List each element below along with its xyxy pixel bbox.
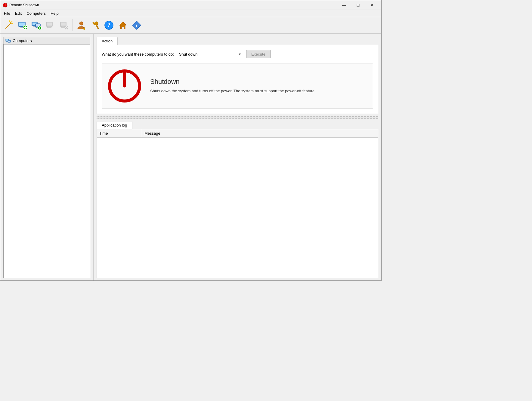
action-question: What do you want these computers to do: (102, 52, 174, 57)
computers-label: Computers (13, 38, 32, 43)
svg-point-34 (79, 22, 83, 25)
svg-rect-47 (8, 41, 10, 42)
computers-panel-icon (5, 39, 11, 43)
action-tab[interactable]: Action (97, 37, 118, 45)
close-button[interactable]: ✕ (365, 0, 379, 10)
shutdown-info-box: Shutdown Shuts down the system and turns… (102, 63, 373, 109)
title-bar: Remote Shutdown — □ ✕ (0, 0, 381, 10)
add-computer-button[interactable] (16, 19, 29, 32)
menu-bar: File Edit Computers Help (0, 10, 381, 17)
action-panel: What do you want these computers to do: … (97, 45, 378, 114)
svg-rect-8 (19, 23, 25, 26)
window-title: Remote Shutdown (9, 3, 337, 7)
svg-rect-44 (7, 41, 8, 42)
svg-text:?: ? (108, 22, 110, 28)
action-row: What do you want these computers to do: … (102, 50, 373, 58)
menu-help[interactable]: Help (48, 11, 61, 16)
computers-panel: Computers (0, 34, 94, 281)
computers-list[interactable] (3, 44, 90, 278)
svg-line-4 (11, 21, 12, 22)
svg-rect-27 (47, 27, 51, 28)
action-select[interactable]: Shut down Restart Log off Hibernate Wake… (177, 50, 243, 58)
svg-rect-48 (9, 43, 10, 43)
power-icon (108, 69, 141, 103)
menu-edit[interactable]: Edit (13, 11, 24, 16)
shutdown-info-text: Shutdown Shuts down the system and turns… (150, 78, 316, 94)
home-button[interactable] (116, 19, 129, 32)
app-log-tab[interactable]: Application log (97, 121, 132, 129)
computers-header: Computers (3, 37, 90, 44)
action-select-wrapper: Shut down Restart Log off Hibernate Wake… (177, 50, 243, 58)
shutdown-title: Shutdown (150, 78, 316, 86)
svg-text:i: i (136, 23, 137, 28)
svg-rect-1 (5, 3, 5, 6)
svg-point-36 (83, 28, 85, 30)
svg-rect-31 (61, 27, 65, 28)
menu-computers[interactable]: Computers (24, 11, 48, 16)
window-controls: — □ ✕ (337, 0, 379, 10)
app-icon (3, 3, 8, 8)
remove-computer-button[interactable] (57, 19, 71, 32)
tools-button[interactable] (88, 19, 102, 32)
log-message-header: Message (142, 129, 378, 137)
svg-rect-25 (47, 23, 52, 26)
log-panel: Time Message (97, 129, 378, 278)
action-section: Action What do you want these computers … (97, 37, 378, 114)
minimize-button[interactable]: — (337, 0, 351, 10)
panel-splitter[interactable] (97, 116, 378, 119)
edit-computer-button[interactable] (44, 19, 57, 32)
maximize-button[interactable]: □ (351, 0, 365, 10)
shutdown-description: Shuts down the system and turns off the … (150, 88, 316, 94)
svg-rect-26 (48, 26, 51, 27)
user-button[interactable] (75, 19, 88, 32)
wizard-button[interactable] (2, 19, 15, 32)
main-area: Computers Action What do you want these … (0, 34, 381, 281)
log-table-header: Time Message (97, 129, 378, 138)
action-tab-header: Action (97, 37, 378, 45)
svg-rect-29 (61, 23, 66, 26)
log-time-header: Time (97, 129, 142, 137)
log-section: Application log Time Message (97, 121, 378, 278)
right-panel: Action What do you want these computers … (94, 34, 381, 281)
log-body (97, 138, 378, 278)
menu-file[interactable]: File (2, 11, 13, 16)
execute-button[interactable]: Execute (246, 50, 271, 58)
toolbar: ? i (0, 17, 381, 34)
log-tab-header: Application log (97, 121, 378, 129)
svg-line-2 (6, 23, 11, 28)
svg-marker-39 (119, 22, 126, 29)
add-network-computer-button[interactable] (30, 19, 43, 32)
help-button[interactable]: ? (102, 19, 116, 32)
svg-rect-30 (62, 26, 64, 27)
about-button[interactable]: i (130, 19, 143, 32)
toolbar-separator-1 (73, 19, 73, 31)
